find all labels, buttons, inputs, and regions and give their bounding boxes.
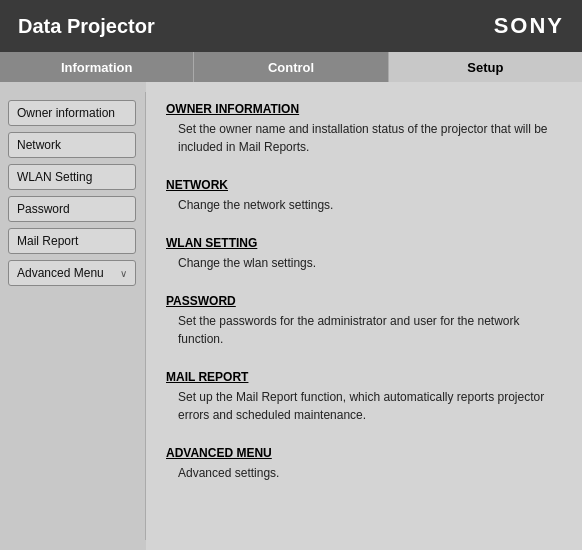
sidebar: Owner information Network WLAN Setting P… bbox=[0, 82, 145, 550]
section-desc-owner: Set the owner name and installation stat… bbox=[166, 120, 562, 156]
advanced-menu-label: Advanced Menu bbox=[17, 266, 104, 280]
sidebar-btn-network[interactable]: Network bbox=[8, 132, 136, 158]
app-title: Data Projector bbox=[18, 15, 155, 38]
section-desc-mail-report: Set up the Mail Report function, which a… bbox=[166, 388, 562, 424]
section-desc-network: Change the network settings. bbox=[166, 196, 562, 214]
section-network: NETWORK Change the network settings. bbox=[166, 178, 562, 214]
section-mail-report: MAIL REPORT Set up the Mail Report funct… bbox=[166, 370, 562, 424]
section-title-network: NETWORK bbox=[166, 178, 562, 192]
sidebar-btn-advanced-menu[interactable]: Advanced Menu ∨ bbox=[8, 260, 136, 286]
section-owner-information: OWNER INFORMATION Set the owner name and… bbox=[166, 102, 562, 156]
header: Data Projector SONY bbox=[0, 0, 582, 52]
section-desc-wlan: Change the wlan settings. bbox=[166, 254, 562, 272]
content-area: OWNER INFORMATION Set the owner name and… bbox=[146, 82, 582, 550]
tab-control[interactable]: Control bbox=[194, 52, 388, 82]
sidebar-btn-owner-information[interactable]: Owner information bbox=[8, 100, 136, 126]
section-title-owner: OWNER INFORMATION bbox=[166, 102, 562, 116]
tab-information[interactable]: Information bbox=[0, 52, 194, 82]
sidebar-btn-wlan-setting[interactable]: WLAN Setting bbox=[8, 164, 136, 190]
main-area: Owner information Network WLAN Setting P… bbox=[0, 82, 582, 550]
section-title-wlan: WLAN SETTING bbox=[166, 236, 562, 250]
section-title-password: PASSWORD bbox=[166, 294, 562, 308]
section-desc-advanced: Advanced settings. bbox=[166, 464, 562, 482]
chevron-down-icon: ∨ bbox=[120, 268, 127, 279]
section-advanced-menu: ADVANCED MENU Advanced settings. bbox=[166, 446, 562, 482]
section-wlan: WLAN SETTING Change the wlan settings. bbox=[166, 236, 562, 272]
section-password: PASSWORD Set the passwords for the admin… bbox=[166, 294, 562, 348]
sidebar-btn-password[interactable]: Password bbox=[8, 196, 136, 222]
sidebar-btn-mail-report[interactable]: Mail Report bbox=[8, 228, 136, 254]
brand-logo: SONY bbox=[494, 13, 564, 39]
section-title-mail-report: MAIL REPORT bbox=[166, 370, 562, 384]
tab-bar: Information Control Setup bbox=[0, 52, 582, 82]
section-desc-password: Set the passwords for the administrator … bbox=[166, 312, 562, 348]
section-title-advanced: ADVANCED MENU bbox=[166, 446, 562, 460]
tab-setup[interactable]: Setup bbox=[389, 52, 582, 82]
